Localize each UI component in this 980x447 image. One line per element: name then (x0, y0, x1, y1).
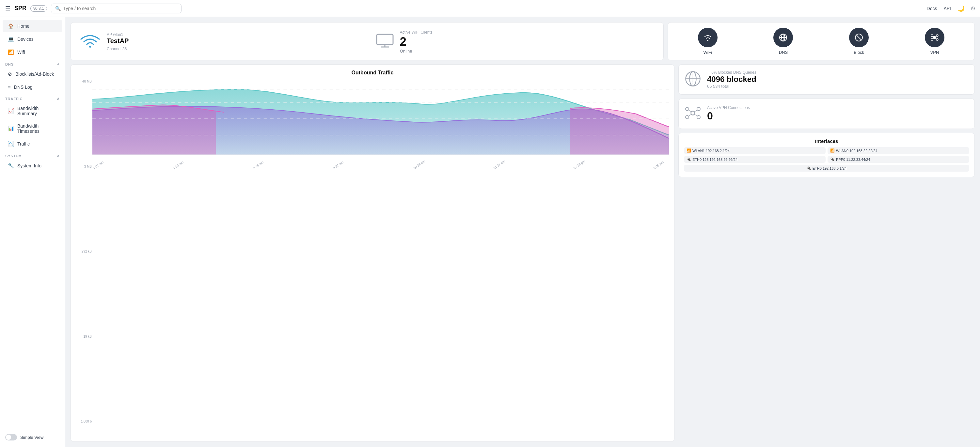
svg-line-16 (933, 36, 934, 37)
bandwidth-timeseries-icon: 📊 (8, 125, 14, 132)
dnslog-icon: ≡ (8, 84, 11, 90)
dns-globe-icon (684, 70, 702, 89)
clients-info: Active WiFi Clients 2 Online (400, 29, 433, 54)
clients-count: 2 (400, 35, 433, 49)
theme-toggle-icon[interactable]: 🌙 (958, 5, 965, 12)
dns-pct: 6% Blocked DNS Queries (707, 70, 756, 75)
search-input[interactable] (63, 6, 177, 11)
qa-vpn[interactable]: VPN (925, 28, 944, 55)
qa-block-label: Block (854, 50, 864, 55)
dns-stats-info: 6% Blocked DNS Queries 4096 blocked 65 5… (707, 70, 756, 89)
svg-point-31 (697, 107, 700, 111)
sidebar-item-traffic[interactable]: 📉 Traffic (3, 138, 62, 150)
main-content: AP wlan1 TestAP Channel 36 (65, 17, 980, 447)
layout: 🏠 Home 💻 Devices 📶 Wifi DNS ∧ ⊘ Blocklis… (0, 17, 980, 447)
qa-dns[interactable]: DNS (773, 28, 793, 55)
right-panel: 6% Blocked DNS Queries 4096 blocked 65 5… (678, 64, 975, 442)
ap-card: AP wlan1 TestAP Channel 36 (71, 22, 367, 60)
vpn-label: Active VPN Connections (707, 105, 750, 110)
traffic-icon: 📉 (8, 141, 14, 147)
monitor-icon (375, 33, 395, 50)
simple-view-row: Simple View (5, 434, 60, 441)
traffic-section-label: TRAFFIC ∧ (0, 94, 65, 102)
dns-section-label: DNS ∧ (0, 59, 65, 68)
vpn-count: 0 (707, 110, 750, 122)
qa-block[interactable]: Block (849, 28, 869, 55)
wifi-svg-icon (79, 33, 102, 50)
home-icon: 🏠 (8, 23, 14, 29)
traffic-chart-svg (92, 79, 669, 165)
vpn-stats-card: Active VPN Connections 0 (678, 98, 975, 129)
ap-info: AP wlan1 TestAP Channel 36 (107, 31, 129, 51)
x-axis-labels: 7:01 am 7:53 am 8:45 am 9:37 am 10:29 am… (92, 166, 669, 171)
channel-label: Channel 36 (107, 47, 129, 51)
ap-clients-card: AP wlan1 TestAP Channel 36 (70, 22, 664, 60)
ap-label: AP wlan1 (107, 32, 123, 37)
svg-line-34 (689, 110, 691, 112)
sysinfo-icon: 🔧 (8, 163, 14, 169)
hamburger-icon[interactable]: ☰ (5, 5, 10, 12)
interfaces-grid: 📶 WLAN1 192.168.2.1/24 📶 WLAN0 192.168.2… (684, 147, 969, 172)
logout-icon[interactable]: ⎋ (971, 5, 975, 12)
svg-line-10 (856, 35, 862, 40)
svg-point-0 (89, 46, 91, 48)
dns-stats-card: 6% Blocked DNS Queries 4096 blocked 65 5… (678, 64, 975, 95)
dns-blocked: 4096 blocked (707, 75, 756, 84)
y-axis-labels: 48 MB 3 MB 292 kB 19 kB 1,000 b (76, 79, 92, 423)
svg-point-4 (707, 40, 708, 41)
svg-point-30 (686, 107, 689, 111)
sidebar-bottom: Simple View (0, 430, 65, 444)
svg-point-33 (697, 116, 700, 119)
iface-ppp0: 🔌 PPP0 11.22.33.44/24 (827, 156, 969, 163)
topnav: ☰ SPR v0.3.1 🔍 Docs API 🌙 ⎋ (0, 0, 980, 17)
svg-rect-1 (377, 34, 393, 45)
svg-line-36 (689, 114, 691, 116)
nav-right: Docs API 🌙 ⎋ (927, 5, 975, 12)
svg-line-35 (694, 110, 697, 112)
devices-icon: 💻 (8, 36, 14, 42)
qa-wifi[interactable]: WiFi (698, 28, 718, 55)
qa-dns-label: DNS (779, 50, 788, 55)
quick-actions: WiFi DNS (668, 22, 975, 60)
brand-name: SPR (14, 5, 27, 12)
version-badge: v0.3.1 (30, 5, 47, 12)
traffic-chart-card: Outbound Traffic 48 MB 3 MB 292 kB 19 kB… (70, 64, 675, 442)
bandwidth-summary-icon: 📈 (8, 108, 14, 114)
qa-wifi-icon (698, 28, 718, 47)
simple-view-toggle[interactable] (5, 434, 17, 441)
svg-point-14 (931, 38, 933, 40)
simple-view-label: Simple View (20, 435, 43, 440)
sidebar-item-sysinfo[interactable]: 🔧 System Info (3, 160, 62, 172)
iface-wlan1: 📶 WLAN1 192.168.2.1/24 (684, 147, 826, 154)
interfaces-card: Interfaces 📶 WLAN1 192.168.2.1/24 📶 WLAN… (678, 133, 975, 177)
svg-point-13 (936, 35, 938, 36)
sidebar-item-bandwidth-summary[interactable]: 📈 Bandwidth Summary (3, 103, 62, 119)
wifi-icon: 📶 (8, 49, 14, 55)
sidebar-item-dnslog[interactable]: ≡ DNS Log (3, 81, 62, 93)
clients-label: Active WiFi Clients (400, 30, 433, 35)
api-link[interactable]: API (943, 6, 951, 11)
svg-point-32 (686, 116, 689, 119)
svg-line-17 (935, 36, 936, 37)
qa-vpn-icon (925, 28, 944, 47)
iface-eth0123: 🔌 ETH0.123 192.168.99.99/24 (684, 156, 826, 163)
sidebar-item-devices[interactable]: 💻 Devices (3, 33, 62, 45)
sidebar: 🏠 Home 💻 Devices 📶 Wifi DNS ∧ ⊘ Blocklis… (0, 17, 65, 447)
svg-point-15 (936, 38, 938, 40)
blocklist-icon: ⊘ (8, 71, 12, 77)
docs-link[interactable]: Docs (927, 6, 937, 11)
search-icon: 🔍 (55, 6, 61, 11)
sidebar-item-home[interactable]: 🏠 Home (3, 20, 62, 32)
chart-title: Outbound Traffic (76, 70, 669, 76)
vpn-network-icon (684, 104, 702, 123)
sidebar-item-bandwidth-timeseries[interactable]: 📊 Bandwidth Timeseries (3, 120, 62, 137)
svg-line-37 (694, 114, 697, 116)
vpn-stats-info: Active VPN Connections 0 (707, 105, 750, 122)
iface-wlan0: 📶 WLAN0 192.168.22.22/24 (827, 147, 969, 154)
search-box: 🔍 (51, 3, 181, 13)
sidebar-item-wifi[interactable]: 📶 Wifi (3, 46, 62, 59)
qa-wifi-label: WiFi (703, 50, 712, 55)
interfaces-title: Interfaces (684, 138, 969, 144)
dns-total: 65 534 total (707, 84, 756, 89)
sidebar-item-blocklists[interactable]: ⊘ Blocklists/Ad-Block (3, 68, 62, 80)
